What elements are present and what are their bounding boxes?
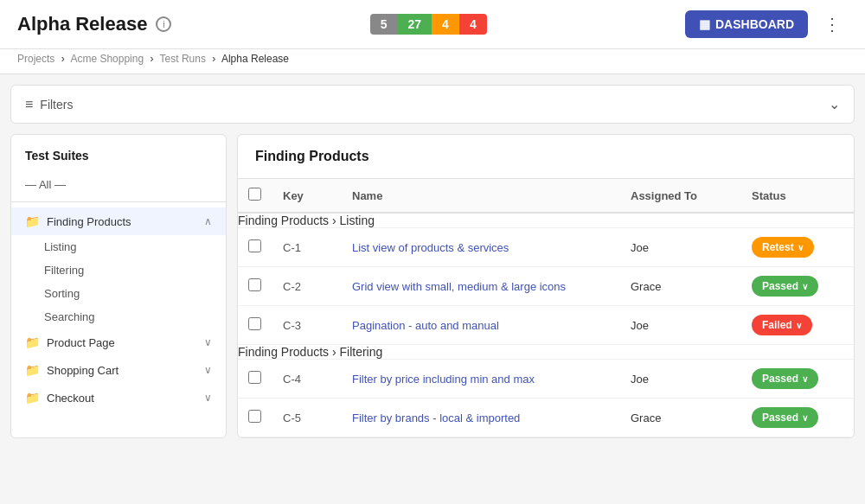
sidebar-divider (11, 201, 226, 202)
row-link-c4[interactable]: Filter by price including min and max (352, 373, 535, 386)
chevron-down-icon-product: ∨ (204, 336, 212, 348)
stats-bar: 5 27 4 4 (370, 14, 487, 35)
col-key: Key (272, 179, 342, 213)
row-assigned-c3: Joe (620, 306, 741, 345)
folder-icon: 📁 (25, 214, 40, 228)
row-checkbox[interactable] (238, 228, 272, 267)
status-badge-passed-c5[interactable]: Passed ∨ (752, 407, 818, 428)
row-status-c4[interactable]: Passed ∨ (741, 360, 854, 399)
stat-gray: 5 (370, 14, 398, 35)
chevron-up-icon: ∧ (204, 215, 212, 227)
breadcrumb: Projects › Acme Shopping › Test Runs › A… (0, 49, 865, 74)
row-checkbox-c2[interactable] (248, 278, 261, 291)
row-name-c5[interactable]: Filter by brands - local & imported (342, 399, 620, 437)
row-checkbox-c3[interactable] (248, 317, 261, 330)
sidebar-title: Test Suites (11, 149, 226, 173)
sidebar-all[interactable]: — All — (11, 173, 226, 196)
header-left: Alpha Release i (17, 13, 171, 35)
header-right: ▦ DASHBOARD ⋮ (685, 10, 848, 38)
stat-green: 27 (398, 14, 432, 35)
filter-left: ≡ Filters (25, 97, 73, 112)
breadcrumb-test-runs[interactable]: Test Runs (160, 53, 206, 65)
page-title: Alpha Release (17, 13, 147, 35)
row-checkbox[interactable] (238, 360, 272, 399)
section-label-listing: Finding Products › Listing (238, 213, 854, 228)
sidebar-item-finding-products[interactable]: 📁 Finding Products ∧ (11, 207, 226, 235)
more-menu-button[interactable]: ⋮ (817, 10, 848, 38)
chevron-down-icon: ∨ (796, 321, 802, 330)
row-checkbox-c1[interactable] (248, 239, 261, 252)
status-badge-passed-c2[interactable]: Passed ∨ (752, 276, 818, 297)
folder-icon-product: 📁 (25, 335, 40, 349)
chevron-down-icon-cart: ∨ (204, 364, 212, 376)
table-row: C-2 Grid view with small, medium & large… (238, 267, 854, 306)
row-link-c2[interactable]: Grid view with small, medium & large ico… (352, 280, 566, 293)
breadcrumb-acme[interactable]: Acme Shopping (70, 53, 144, 65)
row-checkbox[interactable] (238, 267, 272, 306)
sidebar-subitem-filtering[interactable]: Filtering (11, 258, 226, 282)
chevron-down-icon: ∨ (802, 413, 808, 423)
row-status-c3[interactable]: Failed ∨ (741, 306, 854, 345)
status-badge-failed-c3[interactable]: Failed ∨ (752, 315, 812, 335)
row-link-c5[interactable]: Filter by brands - local & imported (352, 411, 520, 424)
breadcrumb-projects[interactable]: Projects (17, 53, 54, 65)
table-header-row: Key Name Assigned To Status (238, 179, 854, 213)
row-name-c4[interactable]: Filter by price including min and max (342, 360, 620, 399)
row-name-c2[interactable]: Grid view with small, medium & large ico… (342, 267, 620, 306)
folder-icon-checkout: 📁 (25, 391, 40, 405)
suite-label-shopping-cart: Shopping Cart (47, 364, 119, 377)
status-badge-passed-c4[interactable]: Passed ∨ (752, 368, 818, 389)
col-status: Status (741, 179, 854, 213)
row-status-c5[interactable]: Passed ∨ (741, 399, 854, 437)
row-key-c3: C-3 (272, 306, 342, 345)
sidebar-item-product-page[interactable]: 📁 Product Page ∨ (11, 329, 226, 356)
chevron-down-icon: ∨ (802, 282, 808, 291)
row-key-c1: C-1 (272, 228, 342, 267)
filter-label: Filters (40, 98, 73, 112)
stat-red: 4 (459, 14, 487, 35)
suite-label-product-page: Product Page (47, 336, 115, 349)
section-row-listing: Finding Products › Listing (238, 213, 854, 228)
row-status-c2[interactable]: Passed ∨ (741, 267, 854, 306)
dashboard-label: DASHBOARD (715, 17, 794, 31)
dashboard-button[interactable]: ▦ DASHBOARD (685, 10, 808, 38)
row-key-c4: C-4 (272, 360, 342, 399)
folder-icon-cart: 📁 (25, 363, 40, 377)
row-assigned-c1: Joe (620, 228, 741, 267)
row-assigned-c5: Grace (620, 399, 741, 437)
row-name-c1[interactable]: List view of products & services (342, 228, 620, 267)
row-key-c5: C-5 (272, 399, 342, 437)
info-icon[interactable]: i (156, 16, 171, 32)
chevron-down-icon-checkout: ∨ (204, 392, 212, 404)
col-name: Name (342, 179, 620, 213)
col-assigned: Assigned To (620, 179, 741, 213)
sidebar-item-checkout[interactable]: 📁 Checkout ∨ (11, 384, 226, 411)
sidebar-subitem-searching[interactable]: Searching (11, 305, 226, 329)
row-name-c3[interactable]: Pagination - auto and manual (342, 306, 620, 345)
suite-label-finding-products: Finding Products (47, 215, 131, 228)
filter-bar: ≡ Filters ⌄ (10, 85, 855, 124)
table-row: C-1 List view of products & services Joe… (238, 228, 854, 267)
status-badge-retest-c1[interactable]: Retest ∨ (752, 237, 814, 258)
chevron-down-icon: ∨ (802, 374, 808, 384)
sidebar-subitem-sorting[interactable]: Sorting (11, 282, 226, 305)
row-link-c3[interactable]: Pagination - auto and manual (352, 319, 499, 332)
row-status-c1[interactable]: Retest ∨ (741, 228, 854, 267)
breadcrumb-current: Alpha Release (221, 53, 289, 65)
dashboard-icon: ▦ (699, 17, 710, 31)
table-title: Finding Products (238, 135, 854, 179)
table-row: C-4 Filter by price including min and ma… (238, 360, 854, 399)
row-checkbox-c5[interactable] (248, 410, 261, 423)
main-content: Test Suites — All — 📁 Finding Products ∧… (10, 134, 855, 438)
select-all-checkbox[interactable] (248, 188, 261, 201)
chevron-down-icon: ∨ (798, 243, 804, 252)
row-assigned-c2: Grace (620, 267, 741, 306)
row-checkbox[interactable] (238, 306, 272, 345)
filter-chevron-icon[interactable]: ⌄ (829, 96, 840, 112)
sidebar-subitem-listing[interactable]: Listing (11, 235, 226, 258)
sidebar-item-shopping-cart[interactable]: 📁 Shopping Cart ∨ (11, 356, 226, 384)
filter-icon: ≡ (25, 97, 33, 112)
row-checkbox-c4[interactable] (248, 371, 261, 384)
row-link-c1[interactable]: List view of products & services (352, 241, 509, 254)
row-checkbox[interactable] (238, 399, 272, 437)
